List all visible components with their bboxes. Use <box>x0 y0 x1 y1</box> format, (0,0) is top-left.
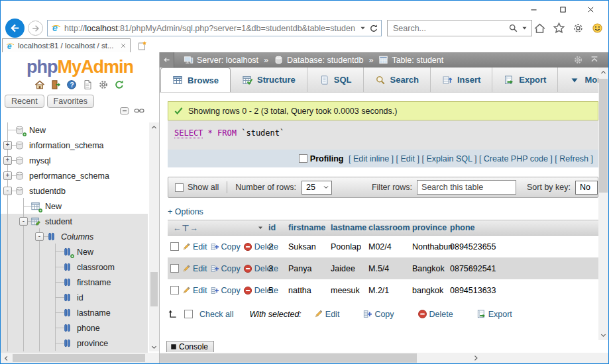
tab-close-icon[interactable] <box>120 42 127 49</box>
logout-icon[interactable] <box>50 79 62 91</box>
settings-gear-icon[interactable] <box>571 21 585 35</box>
show-all-checkbox[interactable] <box>175 183 184 192</box>
tree-expander-icon[interactable]: + <box>3 156 12 165</box>
profiling-link-refresh[interactable]: Refresh <box>559 154 588 163</box>
scroll-down-icon[interactable] <box>598 330 608 340</box>
address-bar[interactable]: e http://localhost:81/phpMyAdmin/sql.php… <box>47 20 382 36</box>
tree-item-lastname[interactable]: lastname <box>1 305 148 320</box>
row-copy-link[interactable]: Copy <box>210 286 241 295</box>
tree-expander-icon[interactable]: + <box>3 141 12 150</box>
tree-item-new[interactable]: New <box>1 244 148 259</box>
tab-insert[interactable]: Insert <box>431 68 492 92</box>
tree-item-columns[interactable]: -Columns <box>1 229 148 244</box>
column-header-classroom[interactable]: classroom <box>368 223 412 232</box>
refresh-icon[interactable] <box>369 24 378 33</box>
search-icon[interactable] <box>508 23 518 33</box>
home-icon[interactable] <box>532 21 547 35</box>
home-icon[interactable] <box>34 79 46 91</box>
breadcrumb-segment[interactable]: Server: localhost <box>197 56 258 65</box>
tab-structure[interactable]: Structure <box>231 68 307 92</box>
console-toggle-button[interactable]: Console <box>166 341 214 352</box>
column-header-phone[interactable]: phone <box>450 223 598 232</box>
back-button[interactable] <box>5 19 25 38</box>
tree-expander-icon[interactable]: + <box>3 171 12 180</box>
row-checkbox[interactable] <box>170 286 179 295</box>
row-copy-link[interactable]: Copy <box>210 242 241 251</box>
docs-icon[interactable] <box>82 79 93 91</box>
maximize-button[interactable] <box>549 2 577 17</box>
profiling-link-create-php-code[interactable]: Create PHP code <box>484 154 548 163</box>
tab-sql[interactable]: SQL <box>307 68 364 92</box>
search-dropdown-icon[interactable] <box>521 24 528 32</box>
sidebar-vertical-scrollbar[interactable] <box>149 122 159 351</box>
row-edit-link[interactable]: Edit <box>182 286 207 295</box>
recent-button[interactable]: Recent <box>5 95 44 108</box>
breadcrumb-segment[interactable]: Table: student <box>392 56 443 65</box>
sort-by-key-select[interactable]: No <box>575 181 598 195</box>
tree-item-firstname[interactable]: firstname <box>1 275 148 290</box>
number-of-rows-select[interactable]: 25 <box>302 181 332 195</box>
search-box[interactable]: Search... <box>387 20 532 36</box>
tree-item-information-schema[interactable]: +information_schema <box>1 138 148 153</box>
tree-expander-icon[interactable]: - <box>35 232 44 241</box>
page-settings-gear-icon[interactable] <box>573 55 583 65</box>
profiling-checkbox[interactable] <box>299 154 307 163</box>
tree-item-studentdb[interactable]: -studentdb <box>1 183 148 199</box>
with-selected-copy-link[interactable]: Copy <box>362 309 394 319</box>
tree-item-province[interactable]: province <box>1 336 148 351</box>
tree-item-phone[interactable]: phone <box>1 320 148 336</box>
row-edit-link[interactable]: Edit <box>182 242 207 251</box>
options-toggle-link[interactable]: + Options <box>168 207 203 216</box>
tab-export[interactable]: Export <box>492 68 558 92</box>
column-header-province[interactable]: province <box>412 223 450 232</box>
row-edit-link[interactable]: Edit <box>182 264 207 273</box>
tab-search[interactable]: Search <box>364 68 431 92</box>
profiling-link-edit-inline[interactable]: Edit inline <box>353 154 389 163</box>
sort-caret-icon[interactable] <box>256 224 264 232</box>
options-arrows-header[interactable]: ←⊤→ <box>173 223 199 233</box>
favorites-button[interactable]: Favorites <box>47 95 94 108</box>
scroll-right-icon[interactable] <box>470 353 482 363</box>
tree-item-mysql[interactable]: +mysql <box>1 153 148 168</box>
help-icon[interactable]: ? <box>66 79 78 91</box>
with-selected-export-link[interactable]: Export <box>476 309 512 319</box>
scroll-left-icon[interactable] <box>1 353 11 363</box>
main-horizontal-scrollbar[interactable] <box>160 353 608 363</box>
tree-expander-icon[interactable]: - <box>19 217 28 226</box>
column-header-firstname[interactable]: firstname <box>288 223 331 232</box>
main-vertical-scrollbar[interactable] <box>598 68 608 340</box>
breadcrumb-segment[interactable]: Database: studentdb <box>287 56 363 65</box>
row-checkbox[interactable] <box>170 242 179 251</box>
column-header-id[interactable]: id <box>268 223 288 232</box>
close-button[interactable] <box>577 2 604 17</box>
nav-panel-toggle-button[interactable] <box>160 52 174 68</box>
row-checkbox[interactable] <box>170 264 179 273</box>
scroll-down-icon[interactable] <box>149 342 159 351</box>
row-copy-link[interactable]: Copy <box>210 264 241 273</box>
profiling-link-explain-sql[interactable]: Explain SQL <box>426 154 472 163</box>
check-all-link[interactable]: Check all <box>199 310 233 319</box>
sidebar-horizontal-scrollbar[interactable] <box>1 353 159 363</box>
collapse-results-icon[interactable] <box>590 55 599 65</box>
profiling-link-edit[interactable]: Edit <box>401 154 415 163</box>
tree-item-id[interactable]: id <box>1 290 148 305</box>
filter-rows-input[interactable]: Search this table <box>417 180 516 195</box>
tree-expander-icon[interactable]: - <box>3 187 12 195</box>
forward-button[interactable] <box>28 21 43 36</box>
with-selected-edit-link[interactable]: Edit <box>313 309 340 319</box>
tree-item-performance-schema[interactable]: +performance_schema <box>1 168 148 183</box>
minimize-button[interactable] <box>520 2 547 17</box>
column-header-lastname[interactable]: lastname <box>331 223 368 232</box>
settings-icon[interactable] <box>98 79 109 91</box>
tree-item-classroom[interactable]: classroom <box>1 259 148 275</box>
tree-item-new[interactable]: New <box>1 199 148 214</box>
feedback-smiley-icon[interactable] <box>590 21 604 35</box>
tree-item-new[interactable]: New <box>1 122 148 138</box>
new-tab-button[interactable] <box>136 40 149 52</box>
link-with-main-icon[interactable] <box>134 105 144 116</box>
reload-icon[interactable] <box>114 79 125 91</box>
favorites-star-icon[interactable] <box>551 21 566 35</box>
with-selected-delete-link[interactable]: Delete <box>417 309 453 319</box>
url-dropdown-icon[interactable] <box>359 24 366 32</box>
scroll-up-icon[interactable] <box>149 122 159 132</box>
